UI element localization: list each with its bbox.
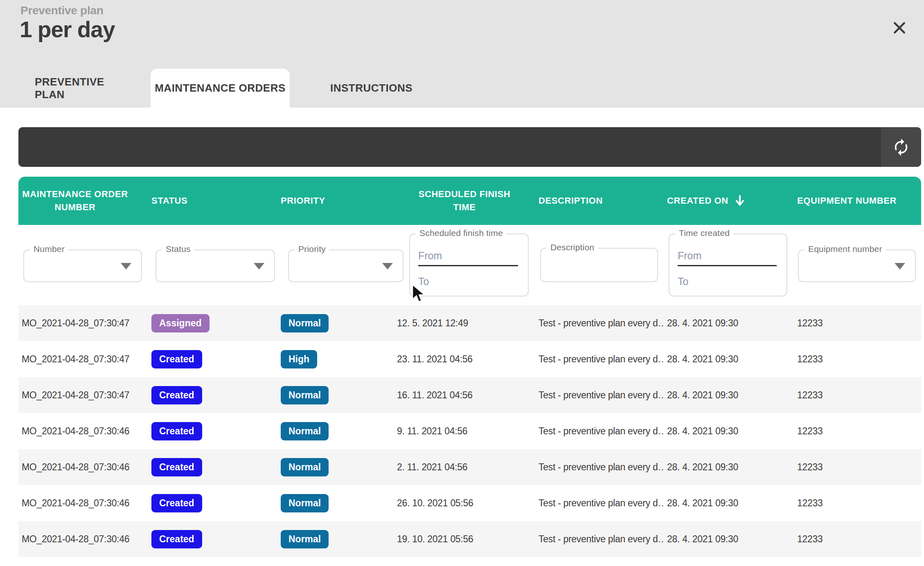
status-badge: Created [151,386,202,404]
cell-description: Test - preventive plan every d… [535,534,664,545]
page-title: 1 per day [20,16,115,43]
filter-equipment-input[interactable] [806,253,888,279]
cell-scheduled-finish: 19. 10. 2021 05:56 [394,534,535,545]
priority-badge: Normal [281,422,329,440]
filter-status[interactable]: Status [156,249,275,282]
status-badge: Created [151,422,202,440]
filter-priority-input[interactable] [296,253,376,279]
cell-created-on: 28. 4. 2021 09:30 [664,318,794,329]
filter-time-created[interactable]: Time created [669,234,787,296]
cell-order-number: MO_2021-04-28_07:30:47 [18,318,148,329]
filter-description-input[interactable] [548,251,647,279]
cell-order-number: MO_2021-04-28_07:30:46 [18,462,148,473]
refresh-icon [892,138,910,157]
cell-priority: Normal [277,530,394,548]
status-badge: Created [151,350,202,368]
filter-time-created-label: Time created [675,228,733,238]
filter-number-input[interactable] [32,253,113,279]
cell-scheduled-finish: 23. 11. 2021 04:56 [394,354,535,365]
cell-status: Created [148,458,277,476]
table-body: MO_2021-04-28_07:30:47 Assigned Normal 1… [18,305,921,557]
priority-badge: High [281,350,317,368]
table-row[interactable]: MO_2021-04-28_07:30:46 Created Normal 19… [18,521,921,557]
table-toolbar [18,127,921,167]
column-equipment-number[interactable]: EQUIPMENT NUMBER [794,194,921,207]
filter-equipment-number[interactable]: Equipment number [798,249,916,282]
cell-equipment: 12233 [794,498,921,509]
filter-scheduled-label: Scheduled finish time [416,228,507,238]
filter-time-created-from-input[interactable] [678,247,777,266]
table-row[interactable]: MO_2021-04-28_07:30:46 Created Normal 26… [18,485,921,521]
filter-scheduled-to-input[interactable] [418,272,518,291]
table-row[interactable]: MO_2021-04-28_07:30:46 Created Normal 2.… [18,449,921,485]
column-scheduled-finish-time[interactable]: SCHEDULED FINISH TIME [394,188,535,214]
tab-preventive-plan[interactable]: PREVENTIVE PLAN [35,69,137,108]
cell-created-on: 28. 4. 2021 09:30 [664,462,794,473]
table-row[interactable]: MO_2021-04-28_07:30:47 Assigned Normal 1… [18,305,921,341]
filter-description[interactable]: Description [540,248,658,282]
cell-description: Test - preventive plan every d… [535,354,664,365]
status-badge: Created [151,458,202,476]
column-priority[interactable]: PRIORITY [277,194,394,207]
cell-description: Test - preventive plan every d… [535,318,664,329]
column-description[interactable]: DESCRIPTION [535,194,664,207]
filter-row: Number Status Priority Scheduled finish … [0,225,924,305]
cell-description: Test - preventive plan every d… [535,426,664,437]
cell-description: Test - preventive plan every d… [535,498,664,509]
column-created-on[interactable]: CREATED ON [664,194,794,207]
status-badge: Assigned [151,314,210,332]
modal-subtitle: Preventive plan [20,4,103,17]
cell-status: Created [148,422,277,440]
cell-order-number: MO_2021-04-28_07:30:46 [18,426,148,437]
cell-created-on: 28. 4. 2021 09:30 [664,354,794,365]
cell-scheduled-finish: 26. 10. 2021 05:56 [394,498,535,509]
sort-desc-icon[interactable] [735,195,745,207]
cell-equipment: 12233 [794,462,921,473]
priority-badge: Normal [281,314,329,332]
cell-priority: Normal [277,458,394,476]
cell-description: Test - preventive plan every d… [535,390,664,401]
chevron-down-icon[interactable] [254,263,264,270]
tab-instructions[interactable]: INSTRUCTIONS [321,69,421,108]
filter-scheduled-finish-time[interactable]: Scheduled finish time [409,234,529,296]
priority-badge: Normal [281,494,329,512]
status-badge: Created [151,494,202,512]
cell-status: Created [148,350,277,368]
filter-time-created-to-input[interactable] [678,272,777,291]
refresh-button[interactable] [881,127,921,167]
cell-status: Created [148,386,277,404]
table-header-row: MAINTENANCE ORDER NUMBER STATUS PRIORITY… [18,177,921,225]
filter-scheduled-from-input[interactable] [418,247,518,266]
close-button[interactable] [886,15,913,41]
close-icon [891,19,908,36]
cell-order-number: MO_2021-04-28_07:30:47 [18,390,148,401]
cell-priority: High [277,350,394,368]
cell-scheduled-finish: 2. 11. 2021 04:56 [394,462,535,473]
cell-equipment: 12233 [794,354,921,365]
column-status[interactable]: STATUS [148,194,277,207]
cell-order-number: MO_2021-04-28_07:30:46 [18,498,148,509]
column-maintenance-order-number[interactable]: MAINTENANCE ORDER NUMBER [18,188,148,214]
table-row[interactable]: MO_2021-04-28_07:30:47 Created High 23. … [18,341,921,377]
priority-badge: Normal [281,530,329,548]
cell-scheduled-finish: 9. 11. 2021 04:56 [394,426,535,437]
cell-status: Created [148,530,277,548]
chevron-down-icon[interactable] [121,263,131,270]
cell-created-on: 28. 4. 2021 09:30 [664,390,794,401]
filter-priority[interactable]: Priority [288,249,403,282]
cell-order-number: MO_2021-04-28_07:30:46 [18,534,148,545]
filter-status-input[interactable] [164,253,246,279]
tab-maintenance-orders[interactable]: MAINTENANCE ORDERS [151,69,290,108]
chevron-down-icon[interactable] [895,263,905,270]
table-row[interactable]: MO_2021-04-28_07:30:46 Created Normal 9.… [18,413,921,449]
cell-priority: Normal [277,494,394,512]
cell-created-on: 28. 4. 2021 09:30 [664,534,794,545]
cell-priority: Normal [277,314,394,332]
cell-description: Test - preventive plan every d… [535,462,664,473]
cell-status: Assigned [148,314,277,332]
filter-number[interactable]: Number [23,249,142,282]
chevron-down-icon[interactable] [382,263,393,270]
table-row[interactable]: MO_2021-04-28_07:30:47 Created Normal 16… [18,377,921,413]
priority-badge: Normal [281,386,329,404]
column-created-on-label: CREATED ON [667,194,728,207]
